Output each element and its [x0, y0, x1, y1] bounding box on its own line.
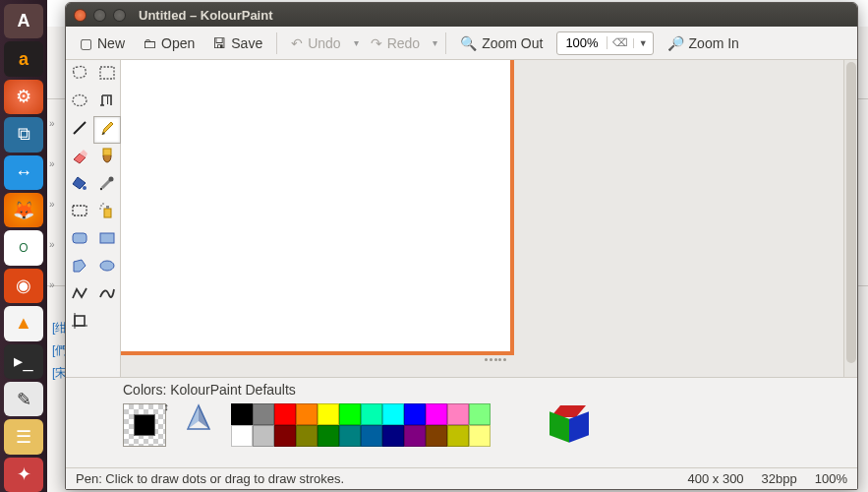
undo-button[interactable]: ↶ Undo — [283, 31, 348, 55]
color-swatch[interactable] — [426, 403, 447, 425]
tool-connected-lines[interactable] — [66, 281, 93, 309]
maximize-button[interactable] — [113, 9, 126, 22]
titlebar[interactable]: Untitled – KolourPaint — [66, 3, 857, 27]
fg-bg-swatch[interactable]: ↕ — [123, 403, 166, 447]
svg-rect-21 — [100, 233, 114, 243]
launcher-item-amazon[interactable]: a — [4, 41, 43, 76]
launcher-item[interactable]: ✦ — [4, 458, 43, 492]
color-swatch[interactable] — [318, 403, 339, 425]
color-swatch[interactable] — [469, 403, 491, 425]
tool-curve[interactable] — [93, 281, 121, 309]
tool-fill[interactable] — [66, 171, 93, 199]
color-swatch[interactable] — [382, 425, 404, 447]
color-swatch[interactable] — [296, 425, 318, 447]
tool-pen[interactable] — [93, 116, 121, 144]
color-swatch[interactable] — [469, 425, 491, 447]
launcher-item-terminal[interactable]: ▸_ — [4, 344, 43, 379]
color-swatch[interactable] — [382, 403, 404, 425]
color-swatch[interactable] — [447, 425, 469, 447]
connected-lines-icon — [70, 283, 89, 307]
color-swatch[interactable] — [296, 403, 318, 425]
color-swatch[interactable] — [231, 403, 253, 425]
color-swatch[interactable] — [361, 425, 382, 447]
tool-rect-select[interactable] — [93, 61, 121, 89]
launcher-item-vlc[interactable]: ▲ — [4, 306, 43, 340]
canvas-resize-grip[interactable] — [485, 358, 506, 363]
tool-line[interactable] — [66, 116, 93, 144]
minimize-button[interactable] — [93, 9, 106, 22]
zoom-in-button[interactable]: 🔎 Zoom In — [660, 31, 747, 55]
tool-ellipse-select[interactable] — [66, 89, 93, 116]
launcher-item-ubuntu[interactable]: ◉ — [4, 269, 43, 303]
color-swatch[interactable] — [339, 425, 361, 447]
open-button[interactable]: 🗀 Open — [135, 31, 203, 55]
undo-dropdown[interactable]: ▾ — [351, 33, 361, 52]
color-swatch[interactable] — [253, 425, 274, 447]
fill-icon — [70, 173, 89, 197]
swap-colors-icon[interactable]: ↕ — [164, 400, 170, 412]
color-swatch[interactable] — [361, 403, 382, 425]
redo-dropdown[interactable]: ▾ — [430, 33, 439, 52]
launcher-item-outlook[interactable]: O — [4, 230, 43, 265]
launcher-item-firefox[interactable]: 🦊 — [4, 193, 43, 227]
svg-rect-16 — [106, 206, 109, 209]
zoom-combobox[interactable]: 100% ⌫ ▼ — [556, 31, 653, 55]
rounded-rect-icon — [70, 228, 89, 252]
toolbar-separator — [276, 32, 277, 54]
color-swatch[interactable] — [274, 403, 296, 425]
save-icon: 🖫 — [212, 35, 226, 51]
tool-free-select[interactable] — [66, 61, 93, 89]
svg-rect-20 — [73, 233, 87, 243]
color-swatch[interactable] — [447, 403, 469, 425]
save-button[interactable]: 🖫 Save — [204, 31, 270, 55]
tool-ellipse[interactable] — [93, 254, 121, 281]
launcher-item-code[interactable]: ⧉ — [4, 117, 43, 152]
tool-polygon[interactable] — [66, 254, 93, 281]
svg-rect-15 — [104, 209, 111, 217]
tool-text[interactable]: I — [93, 89, 121, 116]
zoom-out-icon: 🔍 — [460, 35, 477, 51]
svg-rect-0 — [100, 67, 114, 79]
folder-open-icon: 🗀 — [143, 35, 156, 51]
tool-eraser[interactable] — [66, 144, 93, 171]
launcher-item-teamviewer[interactable]: ↔ — [4, 155, 43, 190]
color-swatch[interactable] — [404, 425, 426, 447]
color-swatch[interactable] — [339, 403, 361, 425]
color-similarity-icon[interactable] — [186, 403, 211, 433]
zoom-in-label: Zoom In — [689, 35, 739, 51]
foreground-swatch[interactable] — [134, 414, 155, 436]
launcher-item-settings[interactable]: ⚙ — [4, 80, 43, 114]
color-swatch[interactable] — [404, 403, 426, 425]
redo-button[interactable]: ↷ Redo — [363, 31, 428, 55]
ellipse-icon — [97, 256, 117, 279]
status-zoom: 100% — [815, 471, 847, 486]
color-swatch[interactable] — [253, 403, 274, 425]
launcher-item-editor[interactable]: ✎ — [4, 382, 43, 416]
scrollbar-thumb[interactable] — [846, 62, 856, 363]
svg-rect-14 — [73, 206, 87, 215]
tool-brush[interactable] — [93, 144, 121, 171]
ellipse-select-icon — [70, 91, 89, 114]
tool-rect-dashed[interactable] — [66, 199, 93, 226]
launcher-item[interactable]: A — [4, 4, 43, 38]
tool-crop[interactable] — [66, 309, 93, 337]
color-cube-icon[interactable] — [550, 405, 591, 447]
tool-color-picker[interactable] — [93, 171, 121, 199]
color-swatch[interactable] — [318, 425, 339, 447]
tool-rounded-rect[interactable] — [66, 226, 93, 254]
close-button[interactable] — [74, 9, 87, 22]
zoom-clear-icon[interactable]: ⌫ — [607, 36, 633, 49]
free-select-icon — [70, 63, 89, 87]
tool-rectangle[interactable] — [93, 226, 121, 254]
vertical-scrollbar[interactable] — [843, 60, 857, 377]
window-title: Untitled – KolourPaint — [139, 8, 273, 23]
color-swatch[interactable] — [231, 425, 253, 447]
color-swatch[interactable] — [274, 425, 296, 447]
zoom-dropdown-icon[interactable]: ▼ — [633, 38, 653, 48]
canvas[interactable] — [121, 60, 514, 355]
zoom-out-button[interactable]: 🔍 Zoom Out — [452, 31, 550, 55]
launcher-item[interactable]: ☰ — [4, 419, 43, 454]
new-button[interactable]: ▢ New — [72, 31, 133, 55]
tool-spray[interactable] — [93, 199, 121, 226]
color-swatch[interactable] — [426, 425, 447, 447]
